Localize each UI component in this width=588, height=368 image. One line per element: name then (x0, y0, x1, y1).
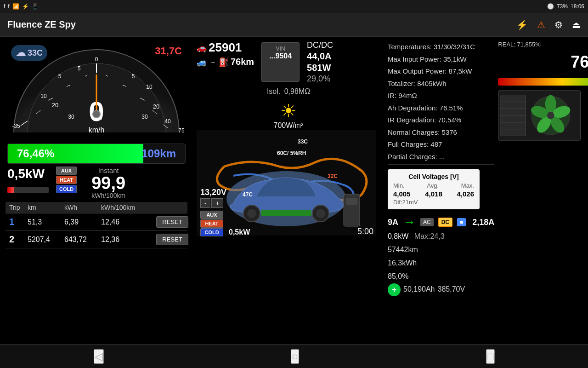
energy-kwh: 16,3kWh (388, 257, 494, 270)
fuel-icon: ⛽ (219, 57, 229, 67)
settings-button[interactable]: ⚙ (554, 19, 563, 30)
sun-icon: ☀ (197, 100, 380, 121)
cell-max-val: 4,026 (457, 190, 474, 198)
stat-normal-charges: Normal Charges: 5376 (388, 126, 494, 138)
logout-button[interactable]: ⏏ (572, 19, 581, 30)
fan-unit (498, 90, 581, 141)
odo-section: 57442km 16,3kWh 85,0% + 50,190Ah 385,70V (388, 243, 494, 296)
heat-button[interactable]: HEAT (56, 176, 77, 184)
plus-button[interactable]: + (211, 198, 223, 208)
trip2-km: 5207,4 (28, 236, 64, 244)
svg-text:30: 30 (68, 114, 74, 120)
separator (388, 164, 494, 165)
trip-table: Trip km kWh kWh/100km 1 51,3 6,39 12,46 … (6, 202, 187, 248)
reset1-button[interactable]: RESET (156, 216, 188, 228)
charge-icon: + (388, 283, 401, 296)
time-text: 18:06 (571, 3, 584, 10)
dcdc-block: DC/DC 44,0A 581W 29,0% (307, 40, 333, 84)
dc-label: DC (438, 218, 452, 227)
temperature-badge: ☁ 33C (11, 45, 47, 61)
fan-svg (498, 90, 580, 141)
phone-icon: 📱 (32, 3, 39, 10)
reset2-button[interactable]: RESET (156, 234, 188, 245)
aux-button[interactable]: AUX (56, 167, 77, 175)
cell-voltages-headers: Min. Avg. Max. (393, 182, 474, 189)
cell-voltages-values: 4,005 4,018 4,026 (393, 190, 474, 198)
app-actions: ⚡ ⚠ ⚙ ⏏ (516, 19, 581, 30)
status-right: ⚪ 73% 18:06 (547, 3, 584, 10)
right-right-col: REAL: 71,855% 12,5kWh 76,46% (498, 40, 588, 340)
car-diagram-svg: 60C/ 5%RH 47C 32C 33C (197, 130, 376, 236)
trip1-num: 1 (9, 217, 28, 227)
solar-section: ☀ 700W/m² (197, 100, 380, 130)
battery-pct-large: 76,46% (498, 52, 588, 72)
max-power-val: Max:24,3 (414, 232, 445, 240)
car-cold-button[interactable]: COLD (200, 228, 223, 236)
svg-rect-35 (261, 210, 311, 216)
odometer-value: 25901 (209, 40, 242, 55)
warning-button[interactable]: ⚠ (537, 19, 545, 30)
stat-partial-charges: Partial Charges: ... (388, 151, 494, 163)
fb-icon: f (4, 3, 5, 10)
vin-label: VIN (269, 46, 292, 52)
app-title: Fluence ZE Spy (7, 19, 76, 30)
home-button[interactable]: ○ (291, 349, 300, 364)
arrow-right-icon: → (209, 58, 216, 66)
ac-unit-container (498, 90, 588, 141)
km-section: 🚗 25901 🚙 → ⛽ 76km (197, 40, 254, 84)
real-row: REAL: 71,855% 12,5kWh (498, 40, 588, 48)
usb-icon: ⚡ (22, 3, 29, 10)
arrow-right-icon2: → (403, 215, 416, 230)
svg-text:5: 5 (132, 73, 135, 80)
car-top-icon: 🚗 (197, 43, 207, 53)
dcdc-power: 581W (307, 63, 333, 73)
vin-value: ...9504 (269, 52, 292, 60)
trip2-kwh: 643,72 (64, 236, 101, 244)
cell-avg-val: 4,018 (425, 190, 442, 198)
voltage-value2: 385,70V (438, 283, 465, 296)
charge-row: + 50,190Ah 385,70V (388, 283, 494, 296)
aux-buttons: AUX HEAT COLD (56, 167, 77, 193)
back-button[interactable]: ◁ (94, 349, 104, 364)
trip1-kwh100: 12,46 (101, 218, 156, 226)
red-temperature: 31,7C (155, 45, 182, 57)
power-row: 0,5kW AUX HEAT COLD Instant 99,9 kWh/100… (7, 167, 186, 199)
stat-temperatures: Temperatures: 31/30/32/31C (388, 41, 494, 53)
stat-max-output: Max Output Power: 87,5kW (388, 65, 494, 77)
svg-text:60C/ 5%RH: 60C/ 5%RH (277, 150, 306, 156)
current-in: 9A (388, 218, 398, 227)
car-heat-button[interactable]: HEAT (200, 219, 223, 228)
car-range-icon: 🚙 (197, 57, 207, 67)
soc2: 85,0% (388, 270, 494, 283)
car-aux-buttons: AUX HEAT COLD (200, 211, 223, 236)
cell-voltage-dif: Dif:21mV (393, 199, 474, 206)
cold-button[interactable]: COLD (56, 185, 77, 193)
app-bar: Fluence ZE Spy ⚡ ⚠ ⚙ ⏏ (0, 13, 588, 37)
trip1-km: 51,3 (28, 218, 64, 226)
cell-min-header: Min. (393, 182, 405, 189)
middle-panel: 🚗 25901 🚙 → ⛽ 76km VIN ...9504 DC/DC 44,… (193, 37, 384, 344)
svg-text:33C: 33C (298, 138, 308, 145)
svg-point-19 (93, 110, 100, 118)
dcdc-title: DC/DC (307, 40, 333, 50)
minus-button[interactable]: - (200, 198, 210, 208)
battery-bar: 76,46% 109km (7, 144, 186, 164)
range-value: 76km (231, 57, 254, 67)
lightning-button[interactable]: ⚡ (516, 19, 528, 30)
isol-block: Isol. 0,98MΩ (197, 87, 380, 96)
svg-text:5: 5 (58, 73, 62, 80)
dcdc-current: 44,0A (307, 51, 333, 62)
right-left-col: Temperatures: 31/30/32/31C Max Input Pow… (388, 40, 494, 340)
recents-button[interactable]: □ (486, 349, 495, 364)
col-action (156, 204, 184, 211)
range-text: 109km (141, 147, 176, 160)
col-kwh100: kWh/100km (101, 204, 156, 211)
svg-text:30: 30 (141, 114, 148, 120)
svg-text:-35: -35 (12, 123, 20, 129)
stat-ir: IR: 94mΩ (388, 90, 494, 102)
right-power-kw: 0,8kW Max:24,3 (388, 232, 494, 241)
svg-point-55 (547, 112, 554, 119)
power-bar-container (7, 187, 49, 193)
range-row: 🚙 → ⛽ 76km (197, 57, 254, 67)
car-aux-button[interactable]: AUX (200, 211, 223, 219)
